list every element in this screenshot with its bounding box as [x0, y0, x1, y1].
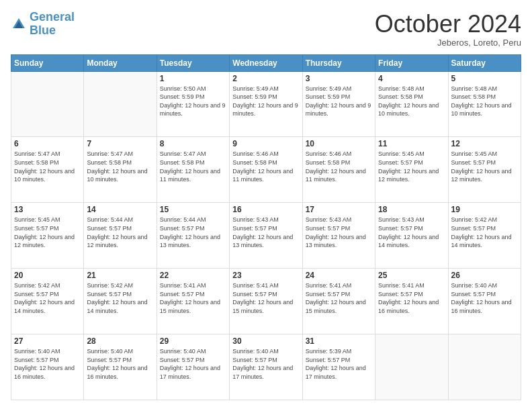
- day-info: Sunrise: 5:42 AM Sunset: 5:57 PM Dayligh…: [87, 281, 153, 315]
- calendar-cell: 27Sunrise: 5:40 AM Sunset: 5:57 PM Dayli…: [11, 334, 84, 400]
- day-info: Sunrise: 5:46 AM Sunset: 5:58 PM Dayligh…: [232, 150, 299, 183]
- calendar-cell: 22Sunrise: 5:41 AM Sunset: 5:57 PM Dayli…: [157, 269, 229, 334]
- day-number: 6: [14, 139, 81, 148]
- title-block: October 2024 Jeberos, Loreto, Peru: [375, 11, 521, 48]
- logo-line2: Blue: [30, 24, 75, 38]
- calendar-cell: 10Sunrise: 5:46 AM Sunset: 5:58 PM Dayli…: [302, 137, 375, 203]
- day-number: 11: [378, 139, 445, 148]
- week-row-0: 1Sunrise: 5:50 AM Sunset: 5:59 PM Daylig…: [11, 71, 521, 137]
- calendar-cell: 11Sunrise: 5:45 AM Sunset: 5:57 PM Dayli…: [375, 137, 448, 203]
- calendar-cell: [375, 334, 448, 400]
- day-info: Sunrise: 5:45 AM Sunset: 5:57 PM Dayligh…: [14, 216, 81, 249]
- logo: General Blue: [11, 11, 75, 38]
- calendar-cell: 26Sunrise: 5:40 AM Sunset: 5:57 PM Dayli…: [448, 269, 521, 334]
- day-number: 29: [160, 336, 226, 346]
- calendar-cell: 29Sunrise: 5:40 AM Sunset: 5:57 PM Dayli…: [157, 334, 229, 400]
- day-info: Sunrise: 5:39 AM Sunset: 5:57 PM Dayligh…: [306, 347, 372, 381]
- calendar-cell: 28Sunrise: 5:40 AM Sunset: 5:57 PM Dayli…: [84, 334, 157, 400]
- day-number: 30: [232, 336, 299, 346]
- day-number: 23: [232, 271, 299, 280]
- day-info: Sunrise: 5:45 AM Sunset: 5:57 PM Dayligh…: [451, 150, 518, 183]
- calendar-cell: 25Sunrise: 5:41 AM Sunset: 5:57 PM Dayli…: [375, 269, 448, 334]
- calendar-cell: 6Sunrise: 5:47 AM Sunset: 5:58 PM Daylig…: [11, 137, 84, 203]
- calendar-cell: 12Sunrise: 5:45 AM Sunset: 5:57 PM Dayli…: [448, 137, 521, 203]
- calendar-cell: 5Sunrise: 5:48 AM Sunset: 5:58 PM Daylig…: [448, 71, 521, 137]
- week-row-4: 27Sunrise: 5:40 AM Sunset: 5:57 PM Dayli…: [11, 334, 521, 400]
- calendar-cell: 24Sunrise: 5:41 AM Sunset: 5:57 PM Dayli…: [302, 269, 375, 334]
- header: General Blue October 2024 Jeberos, Loret…: [11, 11, 521, 48]
- calendar-table: SundayMondayTuesdayWednesdayThursdayFrid…: [11, 54, 521, 400]
- month-title: October 2024: [375, 11, 521, 38]
- week-row-1: 6Sunrise: 5:47 AM Sunset: 5:58 PM Daylig…: [11, 137, 521, 203]
- weekday-header-row: SundayMondayTuesdayWednesdayThursdayFrid…: [11, 54, 521, 71]
- day-number: 5: [451, 74, 518, 83]
- day-number: 4: [378, 74, 445, 83]
- day-info: Sunrise: 5:44 AM Sunset: 5:57 PM Dayligh…: [160, 216, 226, 249]
- day-number: 19: [451, 205, 518, 214]
- weekday-header-saturday: Saturday: [448, 54, 521, 71]
- day-number: 31: [306, 336, 372, 346]
- day-info: Sunrise: 5:42 AM Sunset: 5:57 PM Dayligh…: [14, 281, 81, 315]
- weekday-header-tuesday: Tuesday: [157, 54, 229, 71]
- day-info: Sunrise: 5:47 AM Sunset: 5:58 PM Dayligh…: [87, 150, 153, 183]
- weekday-header-monday: Monday: [84, 54, 157, 71]
- calendar-cell: [84, 71, 157, 137]
- day-info: Sunrise: 5:46 AM Sunset: 5:58 PM Dayligh…: [306, 150, 372, 183]
- day-info: Sunrise: 5:48 AM Sunset: 5:58 PM Dayligh…: [378, 85, 445, 118]
- calendar-cell: 7Sunrise: 5:47 AM Sunset: 5:58 PM Daylig…: [84, 137, 157, 203]
- weekday-header-friday: Friday: [375, 54, 448, 71]
- calendar-cell: 13Sunrise: 5:45 AM Sunset: 5:57 PM Dayli…: [11, 203, 84, 269]
- calendar-cell: 9Sunrise: 5:46 AM Sunset: 5:58 PM Daylig…: [230, 137, 302, 203]
- day-info: Sunrise: 5:44 AM Sunset: 5:57 PM Dayligh…: [87, 216, 153, 249]
- day-number: 9: [232, 139, 299, 148]
- calendar-cell: 30Sunrise: 5:40 AM Sunset: 5:57 PM Dayli…: [230, 334, 302, 400]
- day-info: Sunrise: 5:40 AM Sunset: 5:57 PM Dayligh…: [87, 347, 153, 381]
- day-number: 18: [378, 205, 445, 214]
- page: General Blue October 2024 Jeberos, Loret…: [0, 0, 532, 411]
- day-info: Sunrise: 5:49 AM Sunset: 5:59 PM Dayligh…: [232, 85, 299, 118]
- day-info: Sunrise: 5:40 AM Sunset: 5:57 PM Dayligh…: [160, 347, 226, 381]
- week-row-2: 13Sunrise: 5:45 AM Sunset: 5:57 PM Dayli…: [11, 203, 521, 269]
- day-number: 8: [160, 139, 226, 148]
- calendar-cell: 16Sunrise: 5:43 AM Sunset: 5:57 PM Dayli…: [230, 203, 302, 269]
- logo-icon: [11, 16, 27, 32]
- calendar-cell: 31Sunrise: 5:39 AM Sunset: 5:57 PM Dayli…: [302, 334, 375, 400]
- calendar-cell: 17Sunrise: 5:43 AM Sunset: 5:57 PM Dayli…: [302, 203, 375, 269]
- day-number: 28: [87, 336, 153, 346]
- day-number: 13: [14, 205, 81, 214]
- day-info: Sunrise: 5:41 AM Sunset: 5:57 PM Dayligh…: [306, 281, 372, 315]
- calendar-cell: 21Sunrise: 5:42 AM Sunset: 5:57 PM Dayli…: [84, 269, 157, 334]
- day-info: Sunrise: 5:40 AM Sunset: 5:57 PM Dayligh…: [14, 347, 81, 381]
- day-info: Sunrise: 5:47 AM Sunset: 5:58 PM Dayligh…: [14, 150, 81, 183]
- day-number: 27: [14, 336, 81, 346]
- weekday-header-thursday: Thursday: [302, 54, 375, 71]
- day-info: Sunrise: 5:43 AM Sunset: 5:57 PM Dayligh…: [378, 216, 445, 249]
- calendar-cell: 20Sunrise: 5:42 AM Sunset: 5:57 PM Dayli…: [11, 269, 84, 334]
- calendar-cell: [11, 71, 84, 137]
- day-number: 21: [87, 271, 153, 280]
- day-info: Sunrise: 5:41 AM Sunset: 5:57 PM Dayligh…: [160, 281, 226, 315]
- week-row-3: 20Sunrise: 5:42 AM Sunset: 5:57 PM Dayli…: [11, 269, 521, 334]
- calendar-cell: 19Sunrise: 5:42 AM Sunset: 5:57 PM Dayli…: [448, 203, 521, 269]
- day-number: 10: [306, 139, 372, 148]
- day-number: 7: [87, 139, 153, 148]
- calendar-cell: 1Sunrise: 5:50 AM Sunset: 5:59 PM Daylig…: [157, 71, 229, 137]
- calendar-cell: 2Sunrise: 5:49 AM Sunset: 5:59 PM Daylig…: [230, 71, 302, 137]
- calendar-cell: [448, 334, 521, 400]
- day-number: 3: [306, 74, 372, 83]
- calendar-cell: 3Sunrise: 5:49 AM Sunset: 5:59 PM Daylig…: [302, 71, 375, 137]
- day-info: Sunrise: 5:40 AM Sunset: 5:57 PM Dayligh…: [451, 281, 518, 315]
- day-number: 24: [306, 271, 372, 280]
- day-number: 14: [87, 205, 153, 214]
- weekday-header-wednesday: Wednesday: [230, 54, 302, 71]
- day-number: 16: [232, 205, 299, 214]
- day-number: 26: [451, 271, 518, 280]
- day-info: Sunrise: 5:41 AM Sunset: 5:57 PM Dayligh…: [378, 281, 445, 315]
- day-info: Sunrise: 5:45 AM Sunset: 5:57 PM Dayligh…: [378, 150, 445, 183]
- day-number: 2: [232, 74, 299, 83]
- day-info: Sunrise: 5:47 AM Sunset: 5:58 PM Dayligh…: [160, 150, 226, 183]
- calendar-cell: 8Sunrise: 5:47 AM Sunset: 5:58 PM Daylig…: [157, 137, 229, 203]
- day-number: 12: [451, 139, 518, 148]
- logo-line1: General: [30, 10, 75, 24]
- day-number: 25: [378, 271, 445, 280]
